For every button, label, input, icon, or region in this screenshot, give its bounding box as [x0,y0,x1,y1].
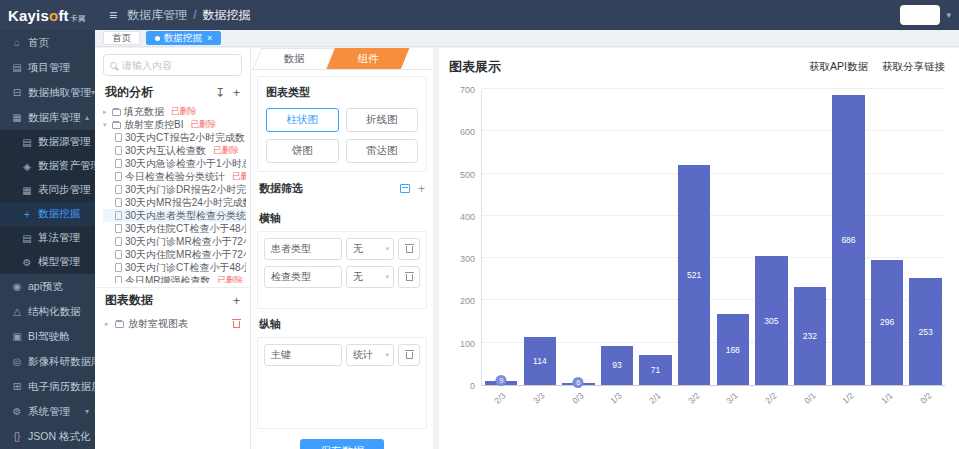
bar-value-label: 232 [803,331,817,341]
page-tab[interactable]: 数据挖掘× [146,31,221,45]
close-icon[interactable]: × [207,33,212,43]
tree-item[interactable]: 30天内互认检查数已删除 [103,144,246,157]
breadcrumb-parent[interactable]: 数据库管理 [127,8,187,22]
sidebar-item-asset[interactable]: ◈数据资产管理 [0,154,95,178]
tree-item[interactable]: 今日MR增强检查数已删除 [103,274,246,283]
tree-item[interactable]: 今日检查检验分类统计已删除 [103,170,246,183]
sidebar-item-emr[interactable]: ⊞电子病历数据质控 [0,374,95,399]
tree-item[interactable]: 30天内急诊检查小于1小时总计 [103,157,246,170]
chart-data-list: ▸放射室视图表 [95,313,250,335]
tree-item[interactable]: 30天内MR报告24小时完成数 [103,196,246,209]
sidebar-item-json[interactable]: {}JSON 格式化 [0,424,95,449]
page-tab[interactable]: 首页 [103,31,140,45]
bi-icon: ▣ [10,331,24,342]
axis-field[interactable]: 主键 [264,344,342,366]
hamburger-icon[interactable]: ≡ [109,7,117,23]
tree-folder[interactable]: ▾放射室质控BI已删除 [103,118,246,131]
chart-type-button[interactable]: 折线图 [346,108,419,132]
component-body: 图表类型 柱状图折线图饼图雷达图 数据筛选 + 横轴 患者类型无▾检查类型无▾ … [251,70,433,449]
chart-data-item[interactable]: ▸放射室视图表 [95,313,250,335]
tree-item[interactable]: 30天内住院CT检查小于48小时总计 [103,222,246,235]
axis-field[interactable]: 患者类型 [264,238,342,260]
component-tab[interactable]: 数据 [257,48,331,69]
tree-item[interactable]: 30天内患者类型检查分类统计 [103,209,246,222]
chevron-down-icon[interactable]: ▾ [103,121,109,129]
component-panel: 数据组件 图表类型 柱状图折线图饼图雷达图 数据筛选 + 横轴 患者类型无▾检查… [251,48,433,449]
sidebar-item-imaging[interactable]: ◎影像科研数据库 [0,349,95,374]
search-row [95,48,250,80]
sidebar-item-extract[interactable]: ⊟数据抽取管理▾ [0,80,95,105]
sidebar-item-mining[interactable]: +数据挖掘 [0,202,95,226]
folder-icon [112,122,121,129]
chevron-right-icon[interactable]: ▸ [105,320,111,328]
bar[interactable]: 686 [832,95,864,385]
analysis-header: 我的分析 ↧ + [95,80,250,105]
chevron-right-icon[interactable]: ▸ [103,108,109,116]
chart-type-button[interactable]: 柱状图 [266,108,339,132]
sidebar-item-project[interactable]: ▤项目管理 [0,55,95,80]
sidebar-item-api[interactable]: ◉api预览 [0,274,95,299]
bar[interactable]: 6 [562,383,594,386]
sidebar-item-home[interactable]: ⌂首页 [0,30,95,55]
bars-container: 911469371521168305232686296253 [482,90,945,385]
x-tick: 0/1 [793,390,825,404]
bar-value-label: 114 [533,356,547,366]
get-share-link[interactable]: 获取分享链接 [882,60,945,74]
axis-field[interactable]: 检查类型 [264,266,342,288]
bar[interactable]: 114 [524,337,556,385]
filter-icon[interactable] [400,184,410,193]
tree-folder[interactable]: ▸填充数据已删除 [103,105,246,118]
sidebar-item-datasource[interactable]: ▤数据源管理 [0,130,95,154]
x-tick: 2/1 [639,390,671,404]
sidebar-item-database[interactable]: ▦数据库管理▴ [0,105,95,130]
add-filter-icon[interactable]: + [418,183,425,195]
sidebar-item-tablesync[interactable]: ▦表同步管理 [0,178,95,202]
add-chart-data-icon[interactable]: + [233,294,240,308]
chart-type-button[interactable]: 雷达图 [346,139,419,163]
tree-item[interactable]: 30天内住院MR检查小于72小时总计 [103,248,246,261]
sidebar-submenu: ▤数据源管理◈数据资产管理▦表同步管理+数据挖掘▤算法管理⚙模型管理 [0,130,95,274]
bar[interactable]: 253 [909,278,941,385]
get-api-data-link[interactable]: 获取API数据 [809,60,868,74]
bar-value-label: 9 [496,375,507,386]
bar-value-label: 296 [880,317,894,327]
sidebar-item-structured[interactable]: △结构化数据 [0,299,95,324]
aggregate-select[interactable]: 无▾ [346,238,394,260]
sidebar-item-bi[interactable]: ▣BI驾驶舱 [0,324,95,349]
delete-icon[interactable] [233,321,240,328]
delete-axis-button[interactable] [398,266,420,288]
sidebar-item-algorithm[interactable]: ▤算法管理 [0,226,95,250]
document-icon [115,172,122,181]
delete-axis-button[interactable] [398,344,420,366]
tree-item[interactable]: 30天内门诊CT检查小于48小时总计 [103,261,246,274]
search-input[interactable] [122,60,235,71]
data-filter-row: 数据筛选 + [257,172,427,203]
delete-axis-button[interactable] [398,238,420,260]
tree-item[interactable]: 30天内CT报告2小时完成数 [103,131,246,144]
bar[interactable]: 71 [639,355,671,385]
import-icon[interactable]: ↧ [215,86,225,100]
sidebar-item-model[interactable]: ⚙模型管理 [0,250,95,274]
bar[interactable]: 521 [678,165,710,385]
tree-item[interactable]: 30天内门诊DR报告2小时完成数 [103,183,246,196]
tree-item[interactable]: 30天内门诊MR检查小于72小时总计 [103,235,246,248]
deleted-badge: 已删除 [213,145,239,157]
component-tabs: 数据组件 [251,48,433,70]
user-badge[interactable] [900,5,940,25]
component-tab[interactable]: 组件 [331,48,405,69]
sidebar-item-system[interactable]: ⚙系统管理▾ [0,399,95,424]
bar[interactable]: 296 [871,260,903,385]
save-data-button[interactable]: 保存数据 [300,439,384,449]
bar[interactable]: 305 [755,256,787,385]
bar[interactable]: 93 [601,346,633,385]
bar[interactable]: 168 [717,314,749,385]
search-box[interactable] [103,54,242,76]
aggregate-select[interactable]: 无▾ [346,266,394,288]
chart-type-button[interactable]: 饼图 [266,139,339,163]
bar[interactable]: 232 [794,287,826,385]
aggregate-select[interactable]: 统计▾ [346,344,394,366]
add-analysis-icon[interactable]: + [233,86,240,100]
bar[interactable]: 9 [485,381,517,385]
chevron-down-icon[interactable]: ▾ [946,10,951,20]
json-icon: {} [10,431,24,442]
